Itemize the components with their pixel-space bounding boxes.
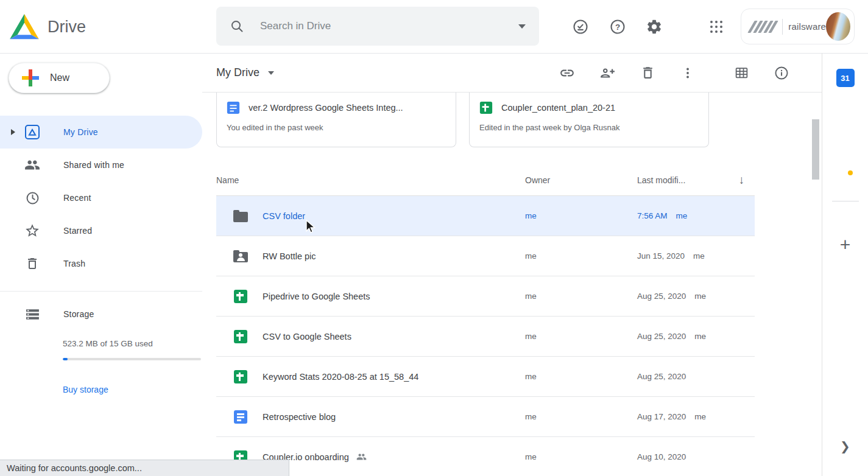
file-owner: me: [525, 332, 637, 341]
sidebar-item-recent[interactable]: Recent: [0, 181, 202, 214]
delete-button[interactable]: [635, 61, 660, 85]
file-name[interactable]: Keyword Stats 2020-08-25 at 15_58_44: [263, 372, 418, 382]
rail-divider: [832, 201, 859, 201]
google-calendar-button[interactable]: 31: [836, 69, 855, 87]
grid-view-button[interactable]: [729, 61, 753, 85]
user-avatar[interactable]: [826, 12, 850, 41]
info-icon: [774, 65, 789, 81]
drive-logo[interactable]: Drive: [10, 0, 86, 54]
right-side-panel: 31 + ❯: [822, 54, 868, 476]
settings-button[interactable]: [645, 18, 663, 36]
search-options-caret-icon[interactable]: [518, 24, 526, 29]
file-name[interactable]: CSV folder: [263, 211, 305, 221]
org-name: railsware: [788, 21, 826, 32]
file-owner: me: [525, 412, 637, 421]
expand-panel-button[interactable]: ❯: [840, 439, 850, 453]
file-name[interactable]: CSV to Google Sheets: [263, 332, 351, 341]
buy-storage-link[interactable]: Buy storage: [0, 385, 202, 394]
main-header: My Drive: [202, 54, 822, 93]
file-row-keyword-stats[interactable]: Keyword Stats 2020-08-25 at 15_58_44 me …: [216, 357, 755, 397]
sidebar-item-label: My Drive: [63, 127, 98, 137]
search-icon[interactable]: [230, 19, 244, 33]
file-owner: me: [525, 211, 637, 220]
offline-status-button[interactable]: [571, 18, 590, 36]
shared-people-icon: [356, 452, 367, 462]
browser-status-bar: Waiting for accounts.google.com...: [0, 460, 289, 476]
storage-usage-text: 523.2 MB of 15 GB used: [0, 339, 202, 348]
card-subtitle: Edited in the past week by Olga Rusnak: [479, 123, 699, 132]
action-toolbar: [547, 61, 802, 85]
suggestion-card[interactable]: Coupler_content_plan_20-21 Edited in the…: [469, 93, 709, 147]
grid-view-icon: [734, 65, 749, 80]
sort-descending-icon[interactable]: ↓: [739, 173, 745, 187]
file-area: ver.2 Wordpress Google Sheets Integ... Y…: [216, 93, 755, 476]
google-sheets-icon: [234, 370, 247, 383]
file-modified: Aug 25, 2020: [637, 372, 729, 381]
star-icon: [24, 223, 40, 239]
column-header-name[interactable]: Name: [216, 175, 525, 185]
google-docs-icon: [227, 102, 239, 114]
storage-progress-bar: [63, 358, 201, 360]
expand-arrow-icon[interactable]: [11, 129, 15, 135]
quick-access-cards: ver.2 Wordpress Google Sheets Integ... Y…: [216, 93, 755, 147]
google-apps-button[interactable]: [707, 18, 725, 36]
help-button[interactable]: ?: [609, 18, 627, 36]
file-modified: Jun 15, 2020me: [637, 251, 729, 261]
add-person-icon: [599, 65, 615, 81]
share-button[interactable]: [595, 61, 619, 85]
svg-text:?: ?: [615, 23, 620, 32]
trash-icon: [25, 256, 40, 271]
google-sheets-icon: [234, 330, 247, 343]
file-list-header: Name Owner Last modifi... ↓: [216, 164, 755, 196]
file-name[interactable]: RW Bottle pic: [263, 251, 316, 261]
more-vertical-icon: [680, 66, 695, 80]
file-name[interactable]: Pipedrive to Google Sheets: [263, 292, 370, 301]
file-modified: Aug 25, 2020me: [637, 292, 729, 301]
more-options-button[interactable]: [676, 61, 700, 85]
sidebar-item-label: Trash: [63, 259, 85, 268]
google-drive-app: Drive ?: [0, 0, 868, 476]
card-subtitle: You edited in the past week: [227, 123, 446, 132]
google-calendar-icon: 31: [836, 69, 855, 87]
add-panel-button[interactable]: +: [840, 236, 851, 253]
search-bar[interactable]: [216, 7, 539, 46]
app-name: Drive: [48, 18, 86, 37]
status-text: Waiting for accounts.google.com...: [7, 463, 142, 473]
new-button-label: New: [50, 72, 69, 83]
column-header-last-modified[interactable]: Last modifi...: [637, 175, 729, 185]
file-row-rw-bottle-pic[interactable]: RW Bottle pic me Jun 15, 2020me: [216, 236, 755, 276]
sidebar-item-starred[interactable]: Starred: [0, 214, 202, 247]
suggestion-card[interactable]: ver.2 Wordpress Google Sheets Integ... Y…: [216, 93, 456, 147]
new-button[interactable]: New: [9, 63, 110, 93]
file-owner: me: [525, 292, 637, 301]
account-button[interactable]: railsware: [741, 9, 855, 44]
storage-icon: [25, 307, 40, 322]
sidebar-divider: [0, 291, 202, 292]
google-sheets-icon: [480, 102, 492, 114]
folder-title-dropdown[interactable]: My Drive: [216, 66, 274, 79]
settings-gear-icon: [646, 18, 663, 35]
file-row-csv-to-google-sheets[interactable]: CSV to Google Sheets me Aug 25, 2020me: [216, 317, 755, 357]
chevron-down-icon: [268, 71, 274, 75]
storage-progress-fill: [63, 358, 68, 360]
card-title: ver.2 Wordpress Google Sheets Integ...: [249, 103, 403, 113]
divider: [782, 19, 783, 35]
sidebar-item-trash[interactable]: Trash: [0, 247, 202, 280]
column-header-owner[interactable]: Owner: [525, 175, 637, 185]
info-button[interactable]: [769, 61, 794, 85]
file-row-retrospective-blog[interactable]: Retrospective blog me Aug 17, 2020me: [216, 397, 755, 437]
file-row-pipedrive-to-google-sheets[interactable]: Pipedrive to Google Sheets me Aug 25, 20…: [216, 276, 755, 317]
main-panel: My Drive: [202, 54, 822, 476]
get-link-button[interactable]: [555, 61, 579, 85]
sidebar-nav: My Drive Shared with me Recent Starred T…: [0, 116, 202, 280]
file-modified: Aug 10, 2020: [637, 452, 729, 461]
vertical-scrollbar-thumb[interactable]: [812, 119, 819, 180]
file-name[interactable]: Retrospective blog: [263, 412, 336, 422]
search-input[interactable]: [260, 20, 518, 32]
file-row-coupler-io-onboarding[interactable]: Coupler.io onboarding me Aug 10, 2020: [216, 437, 755, 476]
sidebar-item-storage[interactable]: Storage: [0, 298, 202, 331]
sidebar-item-my-drive[interactable]: My Drive: [0, 116, 202, 149]
help-icon: ?: [609, 18, 626, 35]
sidebar-item-shared-with-me[interactable]: Shared with me: [0, 149, 202, 181]
file-row-csv-folder[interactable]: CSV folder me 7:56 AMme: [216, 196, 755, 236]
